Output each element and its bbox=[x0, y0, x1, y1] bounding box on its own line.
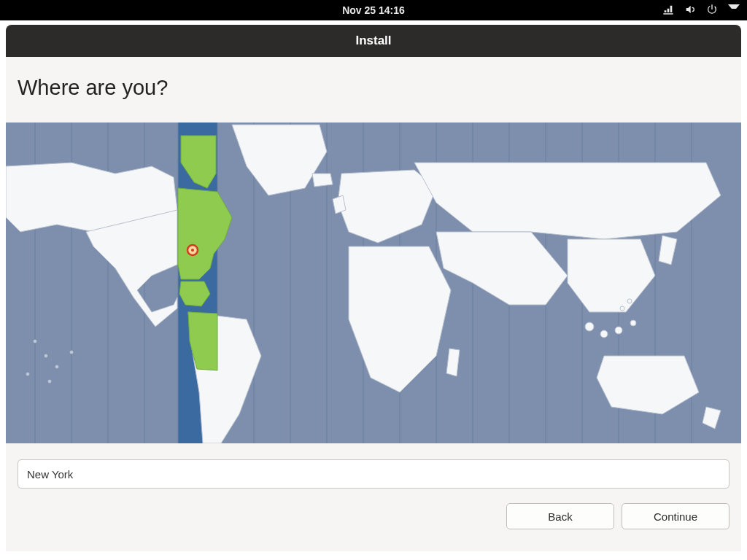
svg-point-36 bbox=[191, 249, 194, 252]
svg-point-24 bbox=[630, 320, 636, 326]
svg-point-25 bbox=[620, 306, 624, 311]
map-pin bbox=[187, 245, 198, 255]
system-tray bbox=[662, 0, 740, 20]
page-title: Where are you? bbox=[18, 76, 168, 100]
continue-button[interactable]: Continue bbox=[622, 503, 729, 529]
window-body: Where are you? bbox=[6, 57, 741, 551]
footer-buttons: Back Continue bbox=[506, 503, 729, 529]
timezone-map[interactable] bbox=[6, 122, 741, 443]
svg-point-26 bbox=[627, 299, 632, 303]
svg-point-21 bbox=[585, 322, 594, 331]
svg-point-33 bbox=[48, 380, 51, 383]
svg-point-32 bbox=[26, 373, 29, 376]
back-button[interactable]: Back bbox=[506, 503, 614, 529]
svg-point-34 bbox=[70, 351, 73, 354]
svg-point-30 bbox=[44, 354, 47, 357]
clock: Nov 25 14:16 bbox=[342, 4, 405, 16]
svg-point-22 bbox=[600, 330, 608, 338]
svg-point-29 bbox=[34, 340, 36, 343]
world-map-svg bbox=[6, 122, 741, 443]
power-icon[interactable] bbox=[706, 4, 718, 18]
location-input[interactable] bbox=[18, 459, 729, 489]
system-top-bar: Nov 25 14:16 bbox=[0, 0, 747, 20]
window-title: Install bbox=[355, 34, 391, 48]
network-icon[interactable] bbox=[662, 4, 674, 18]
svg-point-31 bbox=[55, 365, 58, 368]
volume-icon[interactable] bbox=[684, 4, 696, 18]
svg-point-23 bbox=[615, 327, 622, 334]
window-titlebar: Install bbox=[6, 25, 741, 57]
tray-caret-down-icon[interactable] bbox=[728, 4, 740, 16]
